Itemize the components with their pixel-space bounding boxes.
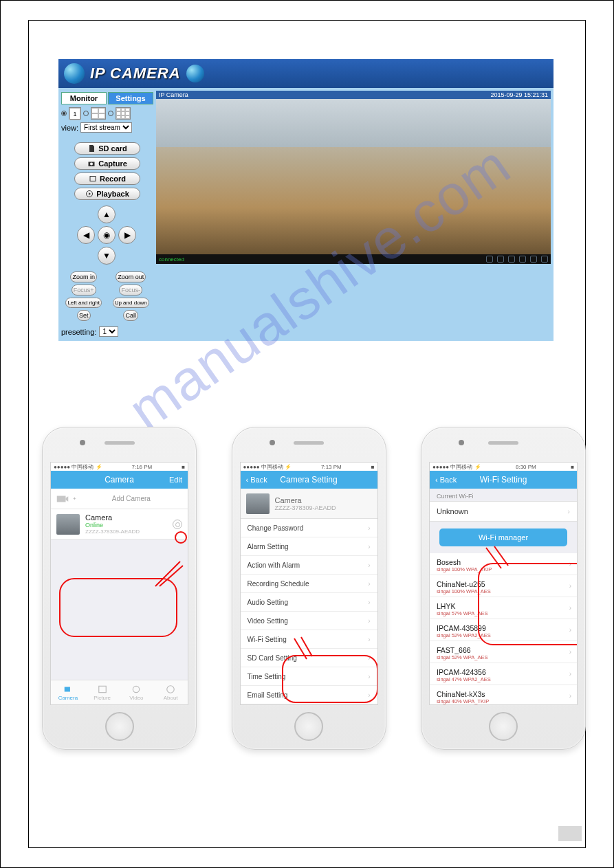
gear-icon[interactable] [173, 520, 182, 529]
nav-bar: ‹ Back Camera Setting [241, 471, 377, 489]
camera-header: Camera ZZZZ-378309-AEADD [241, 489, 377, 519]
svg-point-1 [90, 163, 93, 166]
tab-bar: Camera Picture Video About [51, 680, 188, 704]
camera-thumbnail [56, 514, 80, 535]
current-wifi-label: Current Wi-Fi [430, 489, 577, 501]
play-icon [85, 190, 94, 198]
stream-select[interactable]: First stream [80, 122, 132, 133]
nav-title: Camera [84, 475, 155, 485]
chevron-right-icon: › [569, 648, 571, 656]
ptz-right-button[interactable]: ▶ [118, 226, 136, 244]
nav-bar: Camera Edit [51, 471, 188, 489]
ipcam-app: IP CAMERA Monitor Settings 1 view: [58, 59, 553, 341]
toolbar-icon[interactable] [530, 256, 537, 263]
preset-call-button[interactable]: Call [123, 310, 138, 321]
preset-set-button[interactable]: Set [77, 310, 91, 321]
callout-bubble [478, 563, 577, 645]
row-video-setting[interactable]: Video Setting› [241, 612, 377, 630]
sdcard-button[interactable]: SD card [74, 142, 140, 155]
nav-title: Wi-Fi Setting [463, 475, 544, 485]
tab-picture[interactable]: Picture [85, 680, 120, 704]
wifi-row[interactable]: IPCAM-424356singal 47% WPA2_AES› [430, 663, 577, 685]
row-action-alarm[interactable]: Action with Alarm› [241, 556, 377, 575]
video-panel: IP Camera 2015-09-29 15:21:31 connected [156, 88, 553, 341]
radio-9up[interactable] [108, 111, 113, 116]
chevron-right-icon: › [368, 524, 370, 532]
globe-icon [64, 63, 85, 84]
tab-video[interactable]: Video [120, 680, 154, 704]
tab-about[interactable]: About [153, 680, 188, 704]
video-feed[interactable] [156, 99, 551, 254]
page-number-box [558, 826, 582, 841]
toolbar-icon[interactable] [541, 256, 548, 263]
add-camera-row[interactable]: + Add Camera [51, 489, 188, 509]
ptz-pad: ▲ ◀◉▶ ▼ [61, 205, 153, 266]
svg-rect-4 [57, 496, 66, 502]
home-button-icon [105, 712, 134, 741]
current-wifi-row[interactable]: Unknown› [430, 501, 577, 522]
camera-thumbnail [246, 493, 270, 514]
back-button[interactable]: ‹ Back [246, 476, 274, 484]
toolbar-icon[interactable] [486, 256, 493, 263]
camera-list-item[interactable]: Camera Online ZZZZ-378309-AEADD [51, 509, 188, 539]
callout-bubble [59, 578, 177, 637]
zoom-in-button[interactable]: Zoom in [70, 271, 97, 282]
toolbar-icon[interactable] [519, 256, 526, 263]
app-title: IP CAMERA [90, 65, 181, 82]
preset-label: presetting: [61, 328, 96, 336]
record-button[interactable]: Record [74, 173, 140, 185]
svg-rect-5 [65, 687, 70, 691]
nav-title: Camera Setting [274, 475, 344, 485]
timestamp: 2015-09-29 15:21:31 [490, 91, 548, 98]
phone-mockup-2: ●●●●● 中国移动 ⚡7:13 PM■ ‹ Back Camera Setti… [232, 427, 386, 750]
focus-plus-button[interactable]: Focus+ [72, 285, 96, 296]
view-label: view: [61, 124, 78, 132]
svg-rect-6 [98, 686, 106, 692]
ipcam-sidebar: Monitor Settings 1 view: First stream [58, 88, 156, 341]
capture-button[interactable]: Capture [74, 157, 140, 170]
chevron-right-icon: › [368, 599, 370, 606]
back-button[interactable]: ‹ Back [435, 476, 463, 484]
wifi-row[interactable]: ChinaNet-kX3ssingal 40% WPA_TKIP› [430, 685, 577, 704]
toolbar-icon[interactable] [508, 256, 515, 263]
connection-status: connected [159, 256, 184, 263]
ipcam-header: IP CAMERA [58, 59, 553, 88]
video-toolbar: connected [156, 254, 551, 264]
ptz-down-button[interactable]: ▼ [98, 247, 116, 265]
chevron-right-icon: › [368, 561, 370, 569]
chevron-right-icon: › [368, 580, 370, 588]
sdcard-icon [87, 144, 96, 153]
focus-minus-button[interactable]: Focus- [119, 285, 142, 296]
tab-monitor[interactable]: Monitor [61, 92, 107, 104]
grid-1-icon[interactable]: 1 [69, 107, 81, 120]
radio-1up[interactable] [61, 111, 67, 116]
playback-button[interactable]: Playback [74, 188, 140, 200]
chevron-right-icon: › [569, 692, 571, 700]
mirror-ud-button[interactable]: Up and down [113, 298, 149, 308]
status-bar: ●●●●● 中国移动 ⚡7:16 PM■ [51, 463, 188, 471]
row-alarm-setting[interactable]: Alarm Setting› [241, 537, 377, 556]
camera-add-icon [56, 494, 69, 504]
chevron-right-icon: › [567, 507, 570, 515]
zoom-out-button[interactable]: Zoom out [116, 271, 146, 282]
row-audio-setting[interactable]: Audio Setting› [241, 593, 377, 612]
edit-button[interactable]: Edit [155, 476, 182, 484]
row-change-password[interactable]: Change Password› [241, 519, 377, 537]
mirror-lr-button[interactable]: Left and right [65, 298, 102, 308]
preset-select[interactable]: 1 [99, 326, 118, 337]
ptz-left-button[interactable]: ◀ [77, 226, 95, 244]
radio-4up[interactable] [83, 111, 89, 116]
ptz-center-button[interactable]: ◉ [98, 226, 116, 244]
grid-4-icon[interactable] [91, 107, 106, 120]
tab-camera[interactable]: Camera [51, 680, 85, 704]
svg-rect-2 [90, 177, 96, 181]
row-recording-schedule[interactable]: Recording Schedule› [241, 575, 377, 593]
tab-settings[interactable]: Settings [108, 92, 153, 104]
ptz-up-button[interactable]: ▲ [98, 205, 116, 223]
nav-bar: ‹ Back Wi-Fi Setting [430, 471, 577, 489]
chevron-right-icon: › [368, 543, 370, 550]
camera-icon [87, 159, 96, 168]
grid-9-icon[interactable] [116, 107, 131, 120]
wifi-manager-button[interactable]: Wi-Fi manager [439, 528, 567, 546]
toolbar-icon[interactable] [497, 256, 504, 263]
